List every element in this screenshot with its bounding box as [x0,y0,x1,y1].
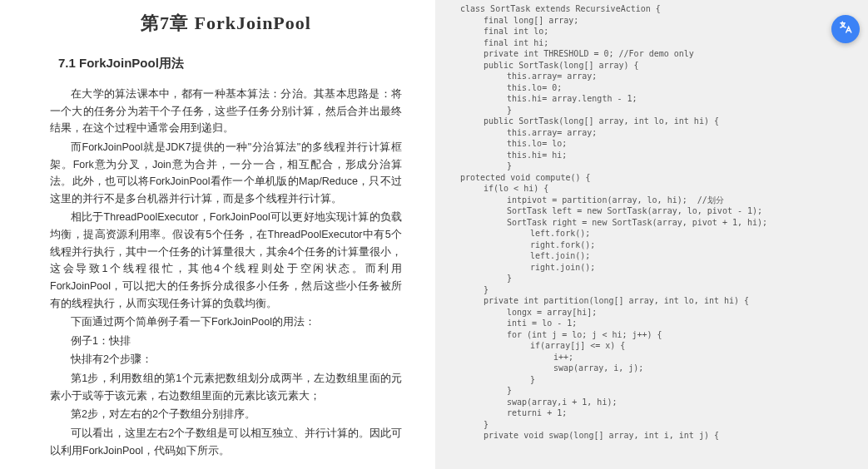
paragraph: 可以看出，这里左右2个子数组是可以相互独立、并行计算的。因此可以利用ForkJo… [50,425,402,459]
document-left-page: 第7章 ForkJoinPool 7.1 ForkJoinPool用法 在大学的… [0,0,435,469]
code-line: if(array[j] <= x) { [460,340,861,352]
paragraph: 快排有2个步骤： [50,351,402,368]
code-line: inti = lo - 1; [460,318,861,329]
paragraph: 例子1：快排 [50,333,402,350]
code-line: protected void compute() { [460,172,861,184]
translate-button[interactable] [831,15,860,43]
code-line: for (int j = lo; j < hi; j++) { [460,329,861,341]
code-line: intpivot = partition(array, lo, hi); //划… [460,195,861,206]
code-line: left.join(); [460,250,861,262]
code-line: } [460,385,861,397]
section-title: 7.1 ForkJoinPool用法 [58,53,402,74]
code-line: left.fork(); [460,228,861,239]
code-line: SortTask left = new SortTask(array, lo, … [460,205,861,217]
code-line: this.array= array; [460,127,861,139]
code-line: this.hi= array.length - 1; [460,93,861,105]
code-line: } [460,284,861,296]
code-line: right.join(); [460,262,861,274]
paragraph: 第1步，利用数组的第1个元素把数组划分成两半，左边数组里面的元素小于或等于该元素… [50,370,402,404]
code-line: final int hi; [460,37,861,49]
code-line: this.lo= 0; [460,82,861,94]
code-line: } [460,160,861,172]
code-line: SortTask right = new SortTask(array, piv… [460,217,861,229]
code-line: i++; [460,352,861,363]
code-line: private int partition(long[] array, int … [460,295,861,307]
code-line: this.lo= lo; [460,138,861,150]
code-line: if(lo < hi) { [460,183,861,195]
code-line: final long[] array; [460,15,861,27]
code-line: returni + 1; [460,407,861,419]
paragraph: 在大学的算法课本中，都有一种基本算法：分治。其基本思路是：将一个大的任务分为若干… [50,86,402,137]
code-line: } [460,273,861,284]
code-line: this.array= array; [460,71,861,82]
code-line: } [460,374,861,386]
code-line: class SortTask extends RecursiveAction { [460,3,861,15]
code-line: public SortTask(long[] array) { [460,60,861,72]
code-line: } [460,419,861,431]
paragraph: 下面通过两个简单例子看一下ForkJoinPool的用法： [50,313,402,331]
code-line: swap(array, i, j); [460,363,861,374]
code-line: right.fork(); [460,239,861,251]
code-line: final int lo; [460,26,861,37]
translate-icon [838,20,853,38]
code-line: this.hi= hi; [460,150,861,161]
paragraph: 相比于ThreadPoolExecutor，ForkJoinPool可以更好地实… [50,209,402,312]
paragraph: 而ForkJoinPool就是JDK7提供的一种"分治算法"的多线程并行计算框架… [50,139,402,208]
paragraph: 第2步，对左右的2个子数组分别排序。 [50,406,402,423]
code-line: } [460,105,861,116]
document-right-page: class SortTask extends RecursiveAction {… [435,0,868,469]
code-line: longx = array[hi]; [460,307,861,318]
code-line: swap(array,i + 1, hi); [460,397,861,408]
chapter-title: 第7章 ForkJoinPool [50,8,402,38]
code-line: private void swap(long[] array, int i, i… [460,430,861,442]
code-line: private int THRESHOLD = 0; //For demo on… [460,48,861,60]
code-line: public SortTask(long[] array, int lo, in… [460,116,861,127]
